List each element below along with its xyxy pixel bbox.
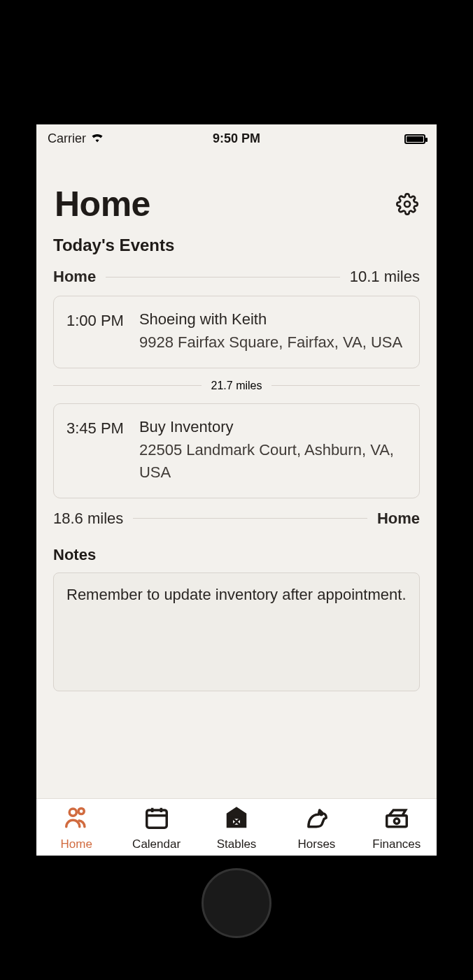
start-distance: 10.1 miles — [350, 268, 420, 286]
calendar-icon — [143, 805, 170, 835]
start-location-label: Home — [53, 268, 96, 286]
tab-label: Stables — [217, 837, 257, 851]
carrier-label: Carrier — [48, 131, 86, 146]
event-title: Shoeing with Keith — [139, 310, 407, 329]
status-bar: Carrier 9:50 PM — [36, 124, 437, 150]
header: Home — [36, 150, 437, 233]
distance-row-start: Home 10.1 miles — [53, 268, 420, 286]
notes-textarea[interactable]: Remember to update inventory after appoi… — [53, 572, 420, 691]
tab-label: Horses — [297, 837, 335, 851]
tab-label: Home — [61, 837, 92, 851]
svg-point-0 — [404, 201, 410, 207]
people-icon — [63, 805, 90, 835]
settings-button[interactable] — [396, 193, 418, 215]
notes-section-title: Notes — [53, 546, 420, 564]
svg-rect-3 — [146, 810, 167, 828]
event-card[interactable]: 1:00 PM Shoeing with Keith 9928 Fairfax … — [53, 296, 420, 368]
event-location: 9928 Fairfax Square, Fairfax, VA, USA — [139, 331, 407, 354]
horse-icon — [303, 805, 330, 835]
event-time: 1:00 PM — [66, 310, 124, 354]
page-title: Home — [55, 184, 150, 224]
divider-line — [106, 277, 340, 278]
end-distance: 18.6 miles — [53, 510, 123, 528]
phone-frame: Carrier 9:50 PM Home Today's Events — [0, 0, 473, 980]
end-location-label: Home — [377, 510, 420, 528]
event-location: 22505 Landmark Court, Ashburn, VA, USA — [139, 439, 407, 484]
distance-row-middle: 21.7 miles — [53, 380, 420, 392]
screen: Carrier 9:50 PM Home Today's Events — [36, 124, 437, 856]
svg-point-4 — [320, 813, 323, 815]
tab-stables[interactable]: Stables — [197, 805, 276, 851]
battery-icon — [404, 134, 425, 144]
divider-line — [133, 518, 367, 519]
wifi-icon — [90, 131, 104, 146]
svg-point-6 — [394, 819, 399, 823]
tab-bar: Home Calendar Stables — [36, 798, 437, 856]
event-time: 3:45 PM — [66, 418, 124, 484]
divider-line — [271, 385, 420, 386]
notes-text: Remember to update inventory after appoi… — [66, 586, 407, 603]
money-icon — [383, 805, 410, 835]
tab-label: Calendar — [132, 837, 181, 851]
svg-point-2 — [78, 808, 84, 814]
tab-home[interactable]: Home — [36, 805, 116, 851]
tab-calendar[interactable]: Calendar — [116, 805, 196, 851]
tab-label: Finances — [372, 837, 421, 851]
distance-row-end: 18.6 miles Home — [53, 510, 420, 528]
svg-rect-5 — [387, 816, 407, 827]
events-section-title: Today's Events — [53, 236, 420, 255]
barn-icon — [223, 805, 250, 835]
svg-point-1 — [69, 809, 76, 816]
status-time: 9:50 PM — [174, 131, 299, 146]
phone-inner: Carrier 9:50 PM Home Today's Events — [13, 13, 460, 967]
content[interactable]: Today's Events Home 10.1 miles 1:00 PM S… — [36, 233, 437, 798]
phone-home-button[interactable] — [202, 868, 271, 938]
event-card[interactable]: 3:45 PM Buy Inventory 22505 Landmark Cou… — [53, 403, 420, 498]
divider-line — [53, 385, 202, 386]
tab-horses[interactable]: Horses — [276, 805, 356, 851]
tab-finances[interactable]: Finances — [357, 805, 437, 851]
middle-distance: 21.7 miles — [211, 380, 262, 392]
event-title: Buy Inventory — [139, 418, 407, 436]
